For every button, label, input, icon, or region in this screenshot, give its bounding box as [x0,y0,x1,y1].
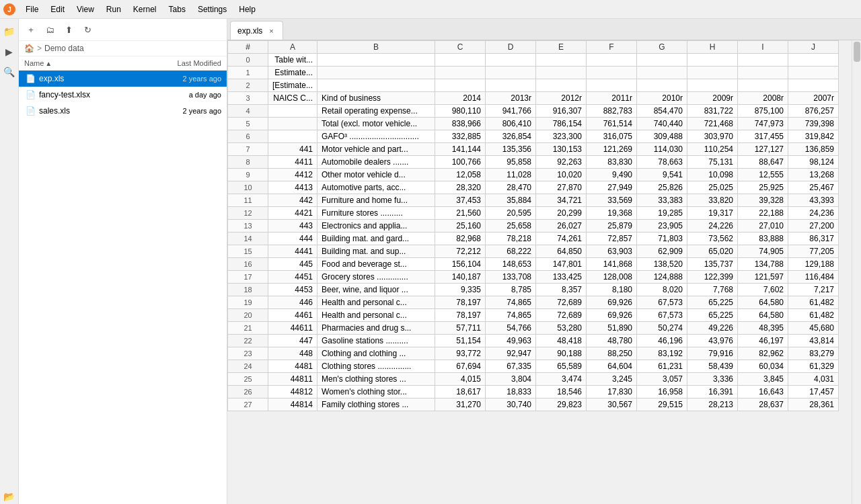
cell-a[interactable]: 445 [268,258,317,271]
cell-i[interactable]: 74,905 [738,245,788,258]
cell-d[interactable]: 806,410 [486,118,536,130]
cell-c[interactable]: 78,197 [435,296,486,309]
new-file-button[interactable]: + [23,22,39,38]
files-icon[interactable]: 📁 [2,24,17,39]
cell-a[interactable] [268,105,317,118]
cell-c[interactable] [435,67,486,79]
cell-d[interactable]: 326,854 [486,130,536,143]
cell-j[interactable]: 86,317 [788,233,839,245]
cell-g[interactable]: 9,541 [637,169,687,181]
cell-c[interactable]: 67,694 [435,360,486,373]
cell-a[interactable]: 4441 [268,245,317,258]
cell-a[interactable]: 4412 [268,169,317,181]
cell-b[interactable]: Pharmacies and drug s... [317,322,435,335]
cell-h[interactable]: 831,722 [687,105,738,118]
cell-g[interactable]: 740,440 [637,118,687,130]
cell-b[interactable]: Beer, wine, and liquor ... [317,284,435,296]
cell-b[interactable]: Building mat. and gard... [317,233,435,245]
cell-i[interactable] [738,79,788,92]
cell-f[interactable]: 8,180 [587,284,637,296]
cell-g[interactable]: 23,905 [637,220,687,233]
cell-f[interactable]: 27,949 [587,181,637,194]
cell-j[interactable]: 27,200 [788,220,839,233]
cell-i[interactable]: 12,555 [738,169,788,181]
cell-c[interactable]: 332,885 [435,130,486,143]
upload-button[interactable]: ⬆ [61,22,77,38]
cell-d[interactable]: 95,858 [486,156,536,169]
cell-j[interactable]: 61,482 [788,309,839,322]
cell-j[interactable] [788,67,839,79]
cell-f[interactable]: 25,879 [587,220,637,233]
cell-c[interactable]: 140,187 [435,271,486,284]
cell-b[interactable]: Furniture stores .......... [317,207,435,220]
cell-i[interactable]: 83,888 [738,233,788,245]
cell-e[interactable]: 72,689 [536,296,587,309]
cell-e[interactable] [536,79,587,92]
cell-g[interactable]: 71,803 [637,233,687,245]
cell-e[interactable]: 133,425 [536,271,587,284]
cell-g[interactable]: 114,030 [637,143,687,156]
cell-j[interactable]: 319,842 [788,130,839,143]
cell-c[interactable]: 28,320 [435,181,486,194]
cell-b[interactable]: Grocery stores .............. [317,271,435,284]
cell-a[interactable]: NAICS C... [268,92,317,105]
cell-h[interactable]: 33,820 [687,194,738,207]
cell-j[interactable]: 83,279 [788,347,839,360]
cell-c[interactable]: 72,212 [435,245,486,258]
cell-b[interactable]: Family clothing stores ... [317,398,435,411]
menu-edit[interactable]: Edit [45,3,70,15]
run-icon[interactable]: ▶ [2,44,17,59]
cell-j[interactable] [788,54,839,67]
menu-tabs[interactable]: Tabs [163,3,191,15]
cell-g[interactable]: 124,888 [637,271,687,284]
cell-f[interactable]: 48,780 [587,335,637,347]
cell-j[interactable]: 876,257 [788,105,839,118]
cell-b[interactable]: Motor vehicle and part... [317,143,435,156]
cell-f[interactable]: 17,830 [587,386,637,398]
cell-b[interactable]: Other motor vehicle d... [317,169,435,181]
cell-f[interactable]: 2011r [587,92,637,105]
vertical-scrollbar[interactable] [852,40,861,504]
home-icon[interactable]: 🏠 [24,44,34,53]
cell-i[interactable]: 82,962 [738,347,788,360]
cell-h[interactable]: 65,225 [687,309,738,322]
cell-e[interactable]: 916,307 [536,105,587,118]
cell-d[interactable]: 11,028 [486,169,536,181]
cell-f[interactable]: 3,245 [587,373,637,386]
cell-d[interactable]: 133,708 [486,271,536,284]
menu-settings[interactable]: Settings [192,3,232,15]
cell-j[interactable]: 45,680 [788,322,839,335]
cell-f[interactable]: 121,269 [587,143,637,156]
cell-c[interactable]: 18,617 [435,386,486,398]
cell-i[interactable]: 22,188 [738,207,788,220]
cell-g[interactable] [637,67,687,79]
cell-c[interactable]: 78,197 [435,309,486,322]
cell-d[interactable]: 74,865 [486,309,536,322]
cell-f[interactable]: 63,903 [587,245,637,258]
cell-c[interactable]: 9,335 [435,284,486,296]
cell-h[interactable]: 58,439 [687,360,738,373]
cell-h[interactable]: 43,976 [687,335,738,347]
cell-a[interactable]: 4453 [268,284,317,296]
cell-a[interactable]: 447 [268,335,317,347]
cell-f[interactable]: 69,926 [587,309,637,322]
cell-i[interactable] [738,54,788,67]
cell-g[interactable]: 78,663 [637,156,687,169]
cell-j[interactable]: 61,482 [788,296,839,309]
cell-c[interactable]: 93,772 [435,347,486,360]
cell-i[interactable]: 28,637 [738,398,788,411]
cell-i[interactable]: 134,788 [738,258,788,271]
cell-j[interactable]: 43,393 [788,194,839,207]
cell-j[interactable]: 2007r [788,92,839,105]
cell-d[interactable]: 8,785 [486,284,536,296]
cell-j[interactable]: 77,205 [788,245,839,258]
cell-f[interactable]: 69,926 [587,296,637,309]
cell-c[interactable]: 82,968 [435,233,486,245]
cell-j[interactable]: 28,361 [788,398,839,411]
cell-d[interactable]: 2013r [486,92,536,105]
cell-g[interactable] [637,79,687,92]
cell-a[interactable]: 441 [268,143,317,156]
cell-j[interactable]: 129,188 [788,258,839,271]
cell-a[interactable] [268,130,317,143]
cell-f[interactable]: 33,569 [587,194,637,207]
